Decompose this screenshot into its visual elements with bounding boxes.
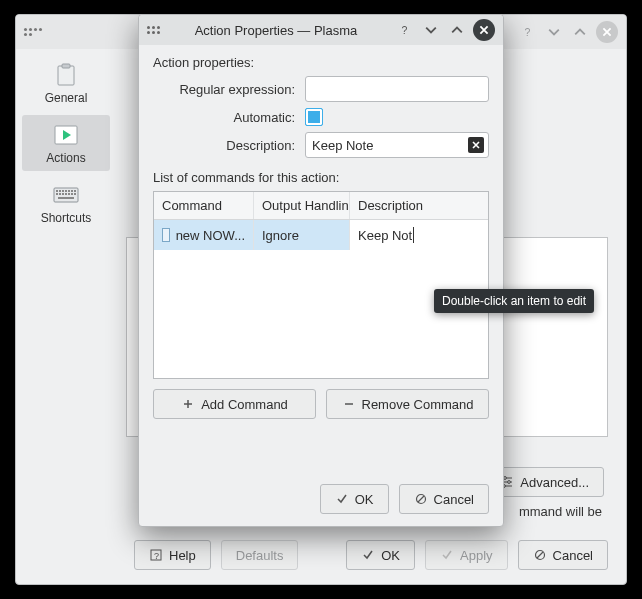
- dialog-titlebar[interactable]: Action Properties — Plasma ?: [139, 15, 503, 45]
- clear-icon[interactable]: [468, 137, 484, 153]
- add-command-button[interactable]: Add Command: [153, 389, 316, 419]
- cancel-icon: [533, 548, 547, 562]
- button-label: Remove Command: [362, 397, 474, 412]
- button-label: Cancel: [553, 548, 593, 563]
- sidebar-item-label: General: [45, 91, 88, 105]
- col-output-handling[interactable]: Output Handlin: [254, 192, 350, 219]
- commands-table: Command Output Handlin Description new N…: [153, 191, 489, 379]
- help-icon[interactable]: ?: [518, 22, 538, 42]
- check-icon: [335, 492, 349, 506]
- help-icon[interactable]: ?: [395, 20, 415, 40]
- cancel-button[interactable]: Cancel: [518, 540, 608, 570]
- button-label: Advanced...: [520, 475, 589, 490]
- svg-rect-18: [74, 193, 76, 195]
- button-label: OK: [381, 548, 400, 563]
- sidebar-item-actions[interactable]: Actions: [22, 115, 110, 171]
- svg-rect-8: [65, 190, 67, 192]
- editing-value: Keep Not: [358, 228, 412, 243]
- defaults-button: Defaults: [221, 540, 299, 570]
- table-header: Command Output Handlin Description: [154, 192, 488, 220]
- svg-rect-6: [59, 190, 61, 192]
- hint-text: mmand will be: [519, 504, 602, 519]
- check-icon: [361, 548, 375, 562]
- window-grip-icon: [24, 26, 42, 38]
- cell-handling: Ignore: [262, 228, 299, 243]
- window-grip-icon: [147, 26, 163, 34]
- list-heading: List of commands for this action:: [153, 170, 489, 185]
- parent-button-row: ? Help Defaults OK: [134, 540, 608, 570]
- automatic-checkbox[interactable]: [305, 108, 323, 126]
- new-item-icon: [162, 228, 170, 242]
- apply-button: Apply: [425, 540, 508, 570]
- regex-label: Regular expression:: [153, 82, 305, 97]
- button-label: Apply: [460, 548, 493, 563]
- description-input[interactable]: Keep Note: [305, 132, 489, 158]
- cell-command: new NOW...: [176, 228, 245, 243]
- play-icon: [51, 122, 81, 148]
- svg-rect-19: [58, 197, 74, 199]
- chevron-down-icon[interactable]: [421, 20, 441, 40]
- automatic-label: Automatic:: [153, 110, 305, 125]
- chevron-up-icon[interactable]: [570, 22, 590, 42]
- description-label: Description:: [153, 138, 305, 153]
- svg-rect-15: [65, 193, 67, 195]
- dialog-cancel-button[interactable]: Cancel: [399, 484, 489, 514]
- svg-rect-10: [71, 190, 73, 192]
- svg-rect-16: [68, 193, 70, 195]
- button-label: OK: [355, 492, 374, 507]
- svg-text:?: ?: [154, 551, 159, 561]
- help-icon: ?: [149, 548, 163, 562]
- chevron-down-icon[interactable]: [544, 22, 564, 42]
- sidebar-item-shortcuts[interactable]: Shortcuts: [22, 175, 110, 231]
- action-properties-dialog: Action Properties — Plasma ? Action prop…: [138, 14, 504, 527]
- svg-rect-13: [59, 193, 61, 195]
- settings-sidebar: General Actions Shortcuts: [16, 49, 116, 584]
- svg-rect-12: [56, 193, 58, 195]
- col-description[interactable]: Description: [350, 192, 488, 219]
- text-caret-icon: [413, 227, 414, 243]
- regex-input[interactable]: [305, 76, 489, 102]
- help-button[interactable]: ? Help: [134, 540, 211, 570]
- close-icon[interactable]: [473, 19, 495, 41]
- input-value: Keep Note: [312, 138, 373, 153]
- check-icon: [440, 548, 454, 562]
- section-heading: Action properties:: [153, 55, 489, 70]
- keyboard-icon: [51, 182, 81, 208]
- sidebar-item-label: Actions: [46, 151, 85, 165]
- col-command[interactable]: Command: [154, 192, 254, 219]
- svg-point-20: [504, 477, 507, 480]
- svg-point-21: [508, 481, 511, 484]
- minus-icon: [342, 397, 356, 411]
- svg-rect-5: [56, 190, 58, 192]
- table-row[interactable]: new NOW... Ignore Keep Not: [154, 220, 488, 250]
- cancel-icon: [414, 492, 428, 506]
- dialog-title: Action Properties — Plasma: [163, 23, 389, 38]
- close-icon[interactable]: [596, 21, 618, 43]
- button-label: Cancel: [434, 492, 474, 507]
- sidebar-item-general[interactable]: General: [22, 55, 110, 111]
- svg-rect-14: [62, 193, 64, 195]
- plus-icon: [181, 397, 195, 411]
- button-label: Add Command: [201, 397, 288, 412]
- svg-text:?: ?: [402, 24, 408, 36]
- cell-description-editing[interactable]: Keep Not: [358, 227, 480, 243]
- button-label: Help: [169, 548, 196, 563]
- svg-rect-17: [71, 193, 73, 195]
- svg-text:?: ?: [525, 26, 531, 38]
- sidebar-item-label: Shortcuts: [41, 211, 92, 225]
- svg-rect-2: [62, 64, 70, 68]
- svg-rect-11: [74, 190, 76, 192]
- svg-rect-1: [58, 66, 74, 85]
- clipboard-icon: [51, 62, 81, 88]
- remove-command-button[interactable]: Remove Command: [326, 389, 489, 419]
- ok-button[interactable]: OK: [346, 540, 415, 570]
- svg-rect-7: [62, 190, 64, 192]
- button-label: Defaults: [236, 548, 284, 563]
- svg-rect-9: [68, 190, 70, 192]
- dialog-ok-button[interactable]: OK: [320, 484, 389, 514]
- tooltip: Double-click an item to edit: [434, 289, 594, 313]
- chevron-up-icon[interactable]: [447, 20, 467, 40]
